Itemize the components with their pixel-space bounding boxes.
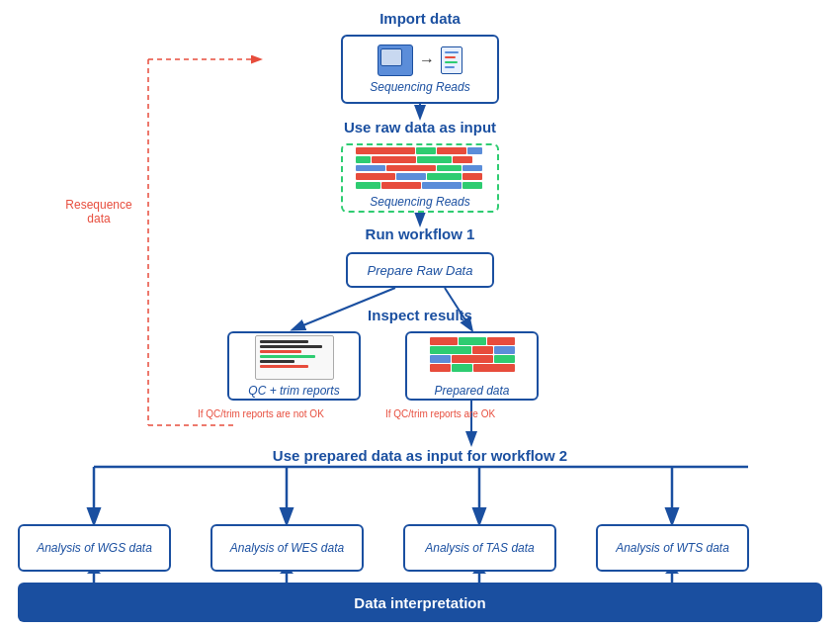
import-data-title: Import data	[379, 10, 461, 27]
output-paper-icon	[441, 46, 462, 74]
workflow-diagram: Import data → Sequencing Reads Use raw d…	[0, 0, 840, 630]
if-not-ok-label: If QC/trim reports are not OK	[198, 408, 324, 419]
seq-reads-box-2: Sequencing Reads	[341, 143, 499, 213]
sequencer-icon	[378, 45, 413, 76]
analysis-wts-box: Analysis of WTS data	[596, 524, 749, 572]
data-interpretation-bar: Data interpretation	[18, 583, 822, 622]
seq-reads-label-2: Sequencing Reads	[370, 195, 469, 209]
run-workflow-title: Run workflow 1	[366, 225, 475, 242]
dna-reads-visual	[356, 147, 484, 189]
analysis-wes-box: Analysis of WES data	[210, 524, 364, 572]
paper-lines	[445, 51, 459, 71]
machine-screen	[380, 48, 402, 66]
prepare-raw-data-box: Prepare Raw Data	[346, 252, 494, 288]
seq-reads-box-top: → Sequencing Reads	[341, 35, 499, 104]
qc-trim-box: QC + trim reports	[227, 331, 361, 401]
analysis-tas-box: Analysis of TAS data	[403, 524, 556, 572]
if-ok-label: If QC/trim reports are OK	[385, 408, 495, 419]
prepared-input-title: Use prepared data as input for workflow …	[273, 447, 567, 464]
analysis-wgs-box: Analysis of WGS data	[18, 524, 171, 572]
prepared-data-label: Prepared data	[434, 384, 509, 398]
qc-trim-label: QC + trim reports	[248, 384, 339, 398]
prepared-data-box: Prepared data	[405, 331, 539, 401]
seq-reads-label-top: Sequencing Reads	[370, 80, 469, 94]
machine-icon: →	[378, 45, 462, 76]
resequence-label: Resequence data	[59, 198, 138, 225]
raw-data-title: Use raw data as input	[344, 119, 496, 135]
inspect-results-title: Inspect results	[368, 307, 472, 323]
arrow-icon: →	[419, 51, 435, 69]
